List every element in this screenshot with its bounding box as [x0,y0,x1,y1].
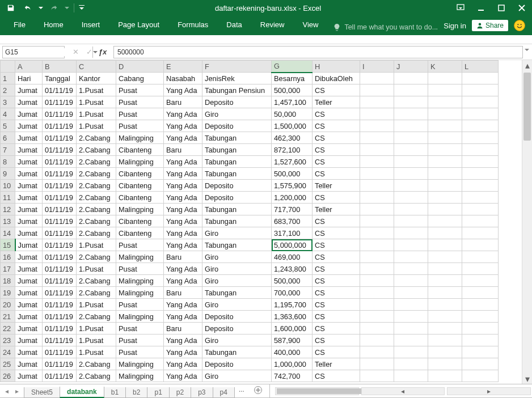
cell-I17[interactable] [360,263,394,275]
cell-C5[interactable]: 1.Pusat [77,120,116,132]
cell-G12[interactable]: 717,700 [272,204,313,215]
sign-in-link[interactable]: Sign in [444,22,466,30]
cell-B4[interactable]: 01/11/19 [43,108,77,120]
hscroll-right-icon[interactable]: ▸ [447,387,531,395]
cell-D8[interactable]: Malingping [116,156,164,168]
cell-I11[interactable] [360,192,394,204]
cell-B25[interactable]: 01/11/19 [43,358,77,370]
cell-J1[interactable] [394,73,428,84]
cell-F6[interactable]: Tabungan [202,132,272,144]
cell-C2[interactable]: 1.Pusat [77,84,116,96]
cell-H21[interactable]: CS [313,311,360,323]
cell-J5[interactable] [394,120,428,132]
cell-E17[interactable]: Yang Ada [164,263,202,275]
cell-E12[interactable]: Yang Ada [164,204,202,215]
cell-B7[interactable]: 01/11/19 [43,144,77,156]
cell-K4[interactable] [428,108,462,120]
cell-K23[interactable] [428,335,462,346]
cell-G2[interactable]: 500,000 [272,84,313,96]
cell-D23[interactable]: Pusat [116,335,164,346]
cell-J4[interactable] [394,108,428,120]
cell-F19[interactable]: Tabungan [202,287,272,299]
cell-C21[interactable]: 2.Cabang [77,311,116,323]
cell-D16[interactable]: Malingping [116,251,164,263]
cell-L10[interactable] [462,180,499,192]
cell-D15[interactable]: Pusat [116,239,164,251]
cell-I10[interactable] [360,180,394,192]
cell-L9[interactable] [462,168,499,180]
cell-C8[interactable]: 2.Cabang [77,156,116,168]
cell-H4[interactable]: CS [313,108,360,120]
cell-H24[interactable]: CS [313,346,360,358]
cell-D3[interactable]: Pusat [116,96,164,108]
cell-E21[interactable]: Yang Ada [164,311,202,323]
row-header-13[interactable]: 13 [1,215,15,227]
cell-D14[interactable]: Cibanteng [116,227,164,239]
cell-J7[interactable] [394,144,428,156]
cell-B23[interactable]: 01/11/19 [43,335,77,346]
cell-G20[interactable]: 1,195,700 [272,299,313,311]
cell-H13[interactable]: CS [313,215,360,227]
cell-E6[interactable]: Yang Ada [164,132,202,144]
cell-A3[interactable]: Jumat [15,96,43,108]
cell-C15[interactable]: 1.Pusat [77,239,116,251]
cell-F1[interactable]: JenisRek [202,73,272,84]
cell-H19[interactable]: CS [313,287,360,299]
column-header-F[interactable]: F [202,61,272,73]
cell-B10[interactable]: 01/11/19 [43,180,77,192]
cell-I12[interactable] [360,204,394,215]
cell-A15[interactable]: Jumat [15,239,43,251]
row-header-11[interactable]: 11 [1,192,15,204]
cell-F7[interactable]: Tabungan [202,144,272,156]
undo-icon[interactable] [20,1,35,15]
cell-K3[interactable] [428,96,462,108]
cell-B18[interactable]: 01/11/19 [43,275,77,287]
sheet-tab-b2[interactable]: b2 [125,387,147,398]
cell-H11[interactable]: CS [313,192,360,204]
cell-F5[interactable]: Deposito [202,120,272,132]
cell-B26[interactable]: 01/11/19 [43,370,77,382]
cell-H3[interactable]: Teller [313,96,360,108]
cell-B19[interactable]: 01/11/19 [43,287,77,299]
cell-F4[interactable]: Giro [202,108,272,120]
cell-A9[interactable]: Jumat [15,168,43,180]
cell-G25[interactable]: 1,000,000 [272,358,313,370]
tab-nav-prev-icon[interactable]: ◂ [2,386,11,396]
cell-K13[interactable] [428,215,462,227]
cell-L5[interactable] [462,120,499,132]
spreadsheet-grid[interactable]: ABCDEFGHIJKL1HariTanggalKantorCabangNasa… [0,60,499,382]
cell-E25[interactable]: Yang Ada [164,358,202,370]
cell-E22[interactable]: Baru [164,323,202,335]
cell-G23[interactable]: 587,900 [272,335,313,346]
cell-L15[interactable] [462,239,499,251]
cell-L1[interactable] [462,73,499,84]
cell-I23[interactable] [360,335,394,346]
cell-L17[interactable] [462,263,499,275]
cell-K14[interactable] [428,227,462,239]
cell-I8[interactable] [360,156,394,168]
cell-C24[interactable]: 1.Pusat [77,346,116,358]
cell-L8[interactable] [462,156,499,168]
cell-G7[interactable]: 872,100 [272,144,313,156]
cell-L26[interactable] [462,370,499,382]
cell-E10[interactable]: Yang Ada [164,180,202,192]
sheet-tab-p3[interactable]: p3 [191,387,213,398]
cell-D2[interactable]: Pusat [116,84,164,96]
cell-H15[interactable]: CS [313,239,360,251]
cell-C6[interactable]: 2.Cabang [77,132,116,144]
cell-F26[interactable]: Giro [202,370,272,382]
cell-A16[interactable]: Jumat [15,251,43,263]
cell-D1[interactable]: Cabang [116,73,164,84]
column-header-I[interactable]: I [360,61,394,73]
cell-F12[interactable]: Tabungan [202,204,272,215]
cell-A5[interactable]: Jumat [15,120,43,132]
cell-A13[interactable]: Jumat [15,215,43,227]
cell-I7[interactable] [360,144,394,156]
qat-customize-icon[interactable] [78,1,86,15]
row-header-24[interactable]: 24 [1,346,15,358]
maximize-icon[interactable] [491,0,512,16]
row-header-2[interactable]: 2 [1,84,15,96]
cell-A8[interactable]: Jumat [15,156,43,168]
cell-C26[interactable]: 2.Cabang [77,370,116,382]
column-header-G[interactable]: G [272,61,313,73]
